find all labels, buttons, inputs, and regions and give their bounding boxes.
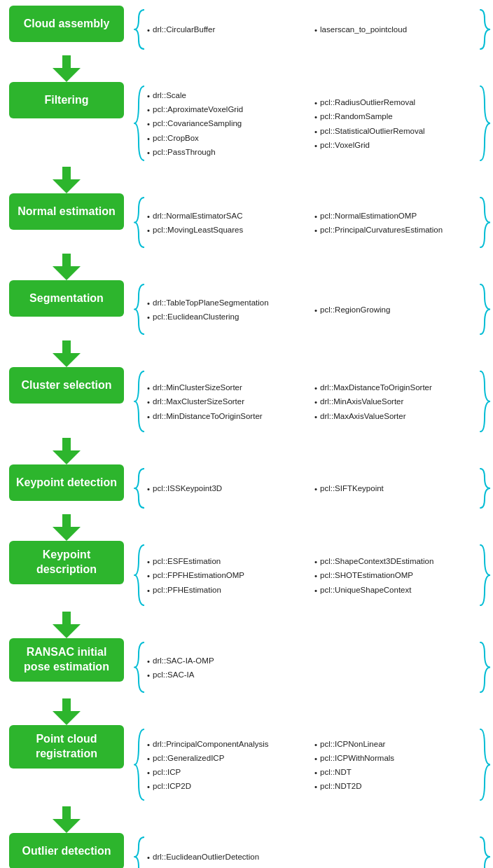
left-col-point-cloud-registration: Point cloud registration bbox=[3, 725, 130, 806]
item-label: pcl::RadiusOutlierRemoval bbox=[320, 97, 415, 109]
arrow-col bbox=[3, 167, 130, 193]
arrow-row bbox=[3, 254, 490, 280]
svg-rect-8 bbox=[62, 438, 71, 450]
stage-box-outlier-detection: Outlier detection bbox=[9, 833, 124, 868]
arrow-down-icon bbox=[53, 55, 81, 82]
right-col-cluster-selection: •drl::MinClusterSizeSorter•drl::MaxClust… bbox=[130, 367, 490, 438]
bullet-icon: • bbox=[147, 383, 150, 394]
svg-rect-12 bbox=[62, 612, 71, 624]
left-col-keypoint-description: Keypoint description bbox=[3, 541, 130, 612]
svg-marker-3 bbox=[53, 179, 81, 193]
left-col-outlier-detection: Outlier detection bbox=[3, 833, 130, 868]
items-area-filtering: •drl::Scale•pcl::AproximateVoxelGrid•pcl… bbox=[144, 85, 479, 164]
arrow-down-icon bbox=[53, 340, 81, 367]
item-label: pcl::PassThrough bbox=[153, 146, 216, 158]
item-label: pcl::SIFTKeypoint bbox=[320, 483, 384, 495]
item-label: pcl::UniqueShapeContext bbox=[320, 584, 411, 596]
list-item: •pcl::AproximateVoxelGrid bbox=[147, 104, 309, 116]
item-label: pcl::ShapeContext3DEstimation bbox=[320, 556, 433, 567]
stage-row-normal-estimation: Normal estimation •drl::NormalEstimatorS… bbox=[3, 193, 490, 254]
item-label: pcl::RegionGrowing bbox=[320, 304, 390, 316]
bullet-icon: • bbox=[314, 140, 317, 152]
bullet-icon: • bbox=[147, 90, 150, 102]
svg-marker-9 bbox=[53, 450, 81, 464]
arrow-col bbox=[3, 612, 130, 638]
item-label: drl::MinClusterSizeSorter bbox=[153, 382, 242, 394]
bullet-icon: • bbox=[314, 305, 317, 317]
bullet-icon: • bbox=[147, 397, 150, 408]
bullet-icon: • bbox=[314, 126, 317, 138]
bullet-icon: • bbox=[147, 556, 150, 568]
arrow-down-icon bbox=[53, 254, 81, 280]
arrow-row bbox=[3, 340, 490, 367]
item-label: pcl::RandomSample bbox=[320, 111, 393, 123]
right-col-keypoint-detection: •pcl::ISSKeypoint3D•pcl::SIFTKeypoint bbox=[130, 464, 490, 514]
arrow-col bbox=[3, 698, 130, 725]
bullet-icon: • bbox=[147, 656, 150, 668]
list-item: •pcl::GeneralizedICP bbox=[147, 752, 309, 765]
svg-marker-5 bbox=[53, 266, 81, 280]
list-item: •pcl::FPFHEstimationOMP bbox=[147, 570, 309, 582]
bullet-icon: • bbox=[147, 411, 150, 423]
bullet-icon: • bbox=[314, 570, 317, 582]
left-col-cluster-selection: Cluster selection bbox=[3, 367, 130, 438]
item-label: pcl::ICP bbox=[153, 766, 181, 778]
bullet-icon: • bbox=[314, 25, 317, 36]
item-label: pcl::PrincipalCurvaturesEstimation bbox=[320, 224, 443, 236]
items-col-left-ransac-initial: •drl::SAC-IA-OMP•pcl::SAC-IA bbox=[144, 645, 479, 691]
stage-row-keypoint-detection: Keypoint detection •pcl::ISSKeypoint3D•p… bbox=[3, 464, 490, 514]
stage-box-keypoint-detection: Keypoint detection bbox=[9, 464, 124, 501]
list-item: •pcl::RadiusOutlierRemoval bbox=[314, 97, 476, 109]
arrow-col bbox=[3, 55, 130, 82]
svg-rect-4 bbox=[62, 254, 71, 266]
right-col-point-cloud-registration: •drl::PrincipalComponentAnalysis•pcl::Ge… bbox=[130, 725, 490, 806]
bullet-icon: • bbox=[147, 104, 150, 116]
item-label: drl::PrincipalComponentAnalysis bbox=[153, 738, 269, 750]
item-label: pcl::FPFHEstimationOMP bbox=[153, 570, 244, 581]
arrow-row bbox=[3, 55, 490, 82]
stage-row-point-cloud-registration: Point cloud registration •drl::Principal… bbox=[3, 725, 490, 806]
bullet-icon: • bbox=[147, 852, 150, 864]
bullet-icon: • bbox=[147, 118, 150, 130]
items-col-right-keypoint-detection: •pcl::SIFTKeypoint bbox=[312, 471, 479, 507]
items-area-keypoint-detection: •pcl::ISSKeypoint3D•pcl::SIFTKeypoint bbox=[144, 467, 479, 511]
svg-marker-1 bbox=[53, 68, 81, 82]
bullet-icon: • bbox=[147, 147, 150, 159]
stage-row-cluster-selection: Cluster selection •drl::MinClusterSizeSo… bbox=[3, 367, 490, 438]
list-item: •pcl::NDT bbox=[314, 766, 476, 779]
list-item: •drl::TableTopPlaneSegmentation bbox=[147, 297, 309, 310]
items-col-left-filtering: •drl::Scale•pcl::AproximateVoxelGrid•pcl… bbox=[144, 89, 312, 160]
stage-box-normal-estimation: Normal estimation bbox=[9, 193, 124, 230]
items-col-left-outlier-detection: •drl::EuclideanOutlierDetection bbox=[144, 840, 479, 868]
right-col-outlier-detection: •drl::EuclideanOutlierDetection bbox=[130, 833, 490, 868]
list-item: •pcl::ShapeContext3DEstimation bbox=[314, 556, 476, 568]
item-label: pcl::GeneralizedICP bbox=[153, 752, 224, 764]
bullet-icon: • bbox=[314, 585, 317, 597]
svg-marker-7 bbox=[53, 353, 81, 367]
list-item: •pcl::UniqueShapeContext bbox=[314, 584, 476, 597]
items-area-keypoint-description: •pcl::ESFEstimation•pcl::FPFHEstimationO… bbox=[144, 544, 479, 609]
bullet-icon: • bbox=[314, 767, 317, 779]
brace-left-icon bbox=[133, 283, 144, 338]
arrow-down-icon bbox=[53, 167, 81, 193]
list-item: •pcl::NDT2D bbox=[314, 780, 476, 793]
item-label: pcl::CropBox bbox=[153, 132, 199, 144]
list-item: •drl::MinClusterSizeSorter bbox=[147, 382, 309, 394]
items-col-right-point-cloud-registration: •pcl::ICPNonLinear•pcl::ICPWithNormals•p… bbox=[312, 732, 479, 799]
bullet-icon: • bbox=[147, 211, 150, 223]
arrow-down-icon bbox=[53, 806, 81, 833]
list-item: •pcl::PFHEstimation bbox=[147, 584, 309, 597]
items-col-right-normal-estimation: •pcl::NormalEstimationOMP•pcl::Principal… bbox=[312, 200, 479, 247]
item-label: pcl::ISSKeypoint3D bbox=[153, 483, 222, 495]
right-col-cloud-assembly: •drl::CircularBuffer•laserscan_to_pointc… bbox=[130, 6, 490, 55]
items-area-cloud-assembly: •drl::CircularBuffer•laserscan_to_pointc… bbox=[144, 8, 479, 53]
brace-right-icon bbox=[479, 641, 490, 696]
item-label: drl::MinDistanceToOriginSorter bbox=[153, 411, 263, 422]
bullet-icon: • bbox=[314, 411, 317, 423]
arrow-col bbox=[3, 438, 130, 464]
stage-row-ransac-initial: RANSAC initial pose estimation •drl::SAC… bbox=[3, 638, 490, 698]
list-item: •pcl::EuclideanClustering bbox=[147, 311, 309, 324]
bullet-icon: • bbox=[314, 739, 317, 751]
list-item: •drl::SAC-IA-OMP bbox=[147, 655, 476, 668]
list-item: •pcl::ICP bbox=[147, 766, 309, 779]
